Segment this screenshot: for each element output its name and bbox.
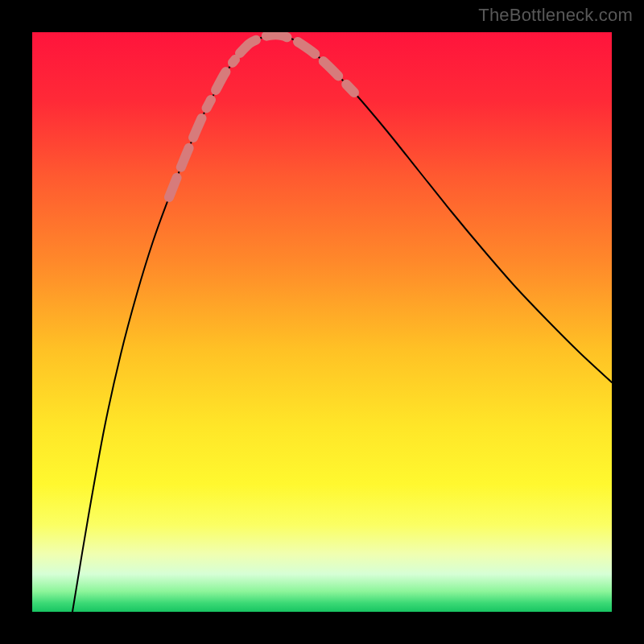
attribution-text: TheBottleneck.com	[478, 5, 633, 26]
highlight-segments	[169, 35, 354, 197]
highlight-segment	[216, 60, 235, 90]
bottleneck-curve	[72, 35, 612, 612]
curve-layer	[32, 32, 612, 612]
highlight-segment	[169, 100, 211, 197]
highlight-segment	[298, 42, 354, 93]
plot-area	[32, 32, 612, 612]
chart-frame: TheBottleneck.com	[0, 0, 644, 644]
highlight-segment	[240, 35, 291, 53]
